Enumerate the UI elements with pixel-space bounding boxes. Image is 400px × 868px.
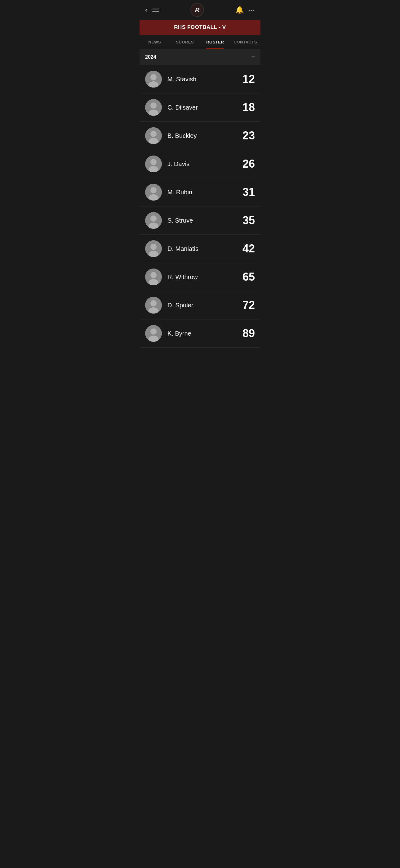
player-name: K. Byrne [167, 330, 236, 337]
tab-contacts[interactable]: CONTACTS [230, 35, 261, 49]
roster-list: M. Stavish 12 C. Dilsaver 18 B. Buck [139, 65, 261, 348]
player-avatar [145, 156, 162, 172]
tab-scores[interactable]: SCORES [170, 35, 200, 49]
roster-item[interactable]: R. Withrow 65 [139, 263, 261, 291]
player-name: S. Struve [167, 217, 236, 224]
player-avatar [145, 212, 162, 229]
svg-point-19 [151, 244, 157, 250]
top-bar-right-group: 🔔 ⋯ [235, 6, 255, 14]
player-name: C. Dilsaver [167, 104, 236, 111]
tab-news[interactable]: NEWS [139, 35, 170, 49]
player-number: 23 [236, 129, 255, 142]
player-avatar [145, 325, 162, 342]
player-name: B. Buckley [167, 132, 236, 140]
player-number: 12 [236, 73, 255, 86]
roster-item[interactable]: C. Dilsaver 18 [139, 93, 261, 122]
top-bar-left-group: ‹ [145, 6, 159, 14]
player-avatar [145, 127, 162, 144]
player-number: 31 [236, 186, 255, 199]
player-name: M. Rubin [167, 189, 236, 196]
svg-point-1 [151, 74, 157, 81]
player-number: 72 [236, 299, 255, 312]
player-number: 35 [236, 214, 255, 227]
app-logo[interactable]: R [190, 3, 204, 17]
roster-item[interactable]: M. Stavish 12 [139, 65, 261, 93]
more-options-button[interactable]: ⋯ [249, 6, 255, 13]
logo-circle: R [190, 3, 204, 17]
svg-point-16 [151, 215, 157, 222]
collapse-button[interactable]: − [251, 53, 255, 61]
title-bar: RHS FOOTBALL - V [139, 20, 261, 35]
roster-item[interactable]: J. Davis 26 [139, 150, 261, 178]
player-avatar [145, 297, 162, 314]
player-name: J. Davis [167, 160, 236, 168]
player-number: 65 [236, 270, 255, 283]
player-number: 18 [236, 101, 255, 114]
back-button[interactable]: ‹ [145, 6, 147, 14]
player-avatar [145, 269, 162, 285]
player-avatar [145, 184, 162, 200]
player-name: D. Maniatis [167, 245, 236, 252]
top-navigation-bar: ‹ R 🔔 ⋯ [139, 0, 261, 20]
roster-item[interactable]: D. Maniatis 42 [139, 235, 261, 263]
svg-point-25 [151, 300, 157, 306]
page-title: RHS FOOTBALL - V [144, 24, 256, 30]
svg-point-28 [151, 329, 157, 335]
tab-roster[interactable]: ROSTER [200, 35, 230, 49]
menu-button[interactable] [152, 8, 159, 12]
year-label: 2024 [145, 54, 156, 60]
roster-item[interactable]: S. Struve 35 [139, 207, 261, 235]
player-number: 26 [236, 157, 255, 170]
player-number: 42 [236, 242, 255, 255]
svg-point-13 [151, 187, 157, 193]
notifications-button[interactable]: 🔔 [235, 6, 244, 14]
roster-item[interactable]: D. Spuler 72 [139, 291, 261, 319]
roster-item[interactable]: B. Buckley 23 [139, 122, 261, 150]
player-avatar [145, 71, 162, 88]
player-avatar [145, 99, 162, 116]
roster-item[interactable]: M. Rubin 31 [139, 178, 261, 207]
year-filter-bar: 2024 − [139, 49, 261, 65]
svg-point-10 [151, 159, 157, 165]
player-avatar [145, 240, 162, 257]
player-name: R. Withrow [167, 274, 236, 281]
player-number: 89 [236, 327, 255, 340]
svg-point-4 [151, 102, 157, 108]
roster-item[interactable]: K. Byrne 89 [139, 319, 261, 348]
svg-point-7 [151, 131, 157, 137]
svg-point-22 [151, 272, 157, 278]
tab-navigation: NEWS SCORES ROSTER CONTACTS [139, 35, 261, 49]
player-name: D. Spuler [167, 302, 236, 309]
player-name: M. Stavish [167, 76, 236, 83]
